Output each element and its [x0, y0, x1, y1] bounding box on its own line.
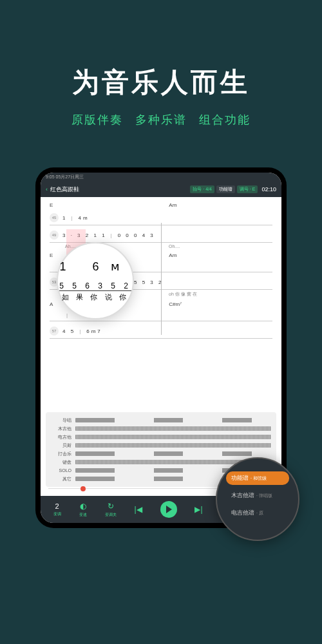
track-row[interactable]: 木吉他 — [51, 424, 271, 433]
hero-subtitle: 原版伴奏 多种乐谱 组合功能 — [0, 112, 322, 128]
song-title: 红色高跟鞋 — [50, 185, 190, 194]
speedometer-icon: ◐ — [79, 502, 88, 511]
repeat-icon: ↻ — [106, 502, 115, 511]
tablet-frame: 9:05 05月27日周三 ‹ 红色高跟鞋 拍号 · 4/4功能谱调号 · E … — [35, 167, 287, 528]
badge[interactable]: 功能谱 — [216, 185, 235, 193]
badge[interactable]: 调号 · E — [237, 185, 258, 193]
track-row[interactable]: 电吉他 — [51, 433, 271, 441]
top-bar: ‹ 红色高跟鞋 拍号 · 4/4功能谱调号 · E 02:10 — [41, 182, 281, 197]
hero-title: 为音乐人而生 — [0, 64, 322, 100]
play-button[interactable] — [160, 501, 177, 518]
tempo-control[interactable]: ◐ 变速 — [79, 502, 88, 518]
zoom-magnifier: 1 6ᴍ 5 5 6 3 5 2 如 果 你 说 你 — [57, 242, 134, 319]
next-icon: ▶| — [194, 505, 204, 514]
score-type-popup: 功能谱· 和弦级木吉他谱· 弹唱版电吉他谱· 原 — [216, 457, 299, 541]
badge[interactable]: 拍号 · 4/4 — [190, 185, 214, 193]
prev-icon: |◀ — [134, 505, 143, 514]
scrubber-handle[interactable] — [80, 486, 86, 491]
repeat-control[interactable]: ↻ 变调夫 — [105, 502, 117, 518]
score-type-option[interactable]: 木吉他谱· 弹唱版 — [226, 489, 289, 502]
track-row[interactable]: 打击乐 — [51, 450, 271, 458]
score-type-option[interactable]: 功能谱· 和弦级 — [226, 471, 289, 485]
score-type-option[interactable]: 电吉他谱· 原 — [226, 506, 289, 520]
back-button[interactable]: ‹ — [46, 186, 48, 193]
next-button[interactable]: ▶| — [194, 505, 204, 514]
sheet-music-area[interactable]: EAm451|4m493 · 3 2 1 1|0 0 0 4 3Ah....Oh… — [41, 197, 281, 412]
prev-button[interactable]: |◀ — [134, 505, 143, 514]
track-row[interactable]: 导唱 — [51, 416, 271, 424]
playback-time: 02:10 — [261, 186, 276, 193]
status-bar: 9:05 05月27日周三 — [41, 173, 281, 182]
transpose-control[interactable]: 2 变调 — [53, 502, 61, 517]
track-row[interactable]: 贝斯 — [51, 441, 271, 450]
